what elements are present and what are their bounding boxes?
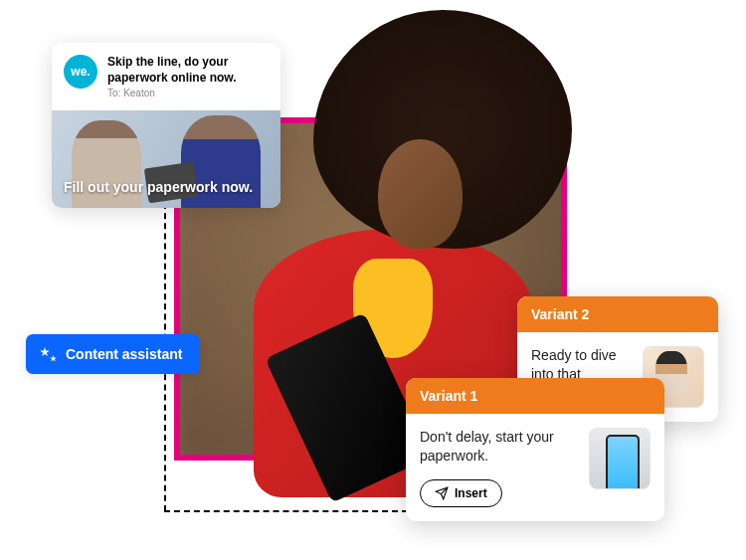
notification-header: we. Skip the line, do your paperwork onl… bbox=[52, 43, 280, 110]
notification-image-overlay-text: Fill out your paperwork now. bbox=[64, 179, 253, 196]
notification-image: Fill out your paperwork now. bbox=[52, 110, 280, 208]
brand-badge: we. bbox=[64, 55, 97, 89]
connector-line-horizontal bbox=[164, 510, 418, 512]
notification-card[interactable]: we. Skip the line, do your paperwork onl… bbox=[52, 43, 280, 208]
notification-recipient: To: Keaton bbox=[107, 88, 269, 98]
content-assistant-button[interactable]: Content assistant bbox=[26, 334, 200, 374]
variant-1-thumbnail bbox=[589, 428, 651, 489]
variant-1-body: Don't delay, start your paperwork. bbox=[420, 428, 577, 466]
variant-2-title: Variant 2 bbox=[517, 296, 718, 332]
insert-button-label: Insert bbox=[455, 486, 487, 500]
insert-button[interactable]: Insert bbox=[420, 479, 502, 507]
variant-1-title: Variant 1 bbox=[406, 378, 664, 414]
notification-headline: Skip the line, do your paperwork online … bbox=[107, 55, 269, 86]
content-assistant-label: Content assistant bbox=[66, 346, 182, 362]
sparkle-icon bbox=[38, 344, 58, 364]
paperplane-icon bbox=[435, 486, 449, 500]
variant-card-1[interactable]: Variant 1 Don't delay, start your paperw… bbox=[406, 378, 664, 521]
